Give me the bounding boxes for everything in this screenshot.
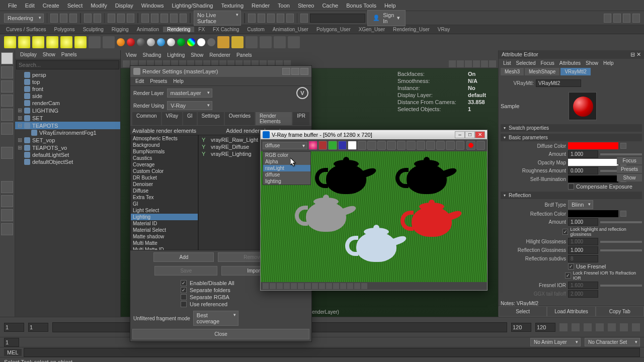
vp-menu-shading[interactable]: Shading	[140, 52, 165, 58]
vp-icon[interactable]	[457, 60, 464, 67]
time-start[interactable]	[4, 323, 24, 332]
vfb-red-icon[interactable]	[318, 141, 327, 150]
material-swatch[interactable]	[569, 92, 597, 120]
menu-lighting-shading[interactable]: Lighting/Shading	[168, 3, 217, 9]
undo-icon[interactable]	[84, 14, 92, 23]
checkbox[interactable]	[181, 294, 187, 300]
close-icon[interactable]: ✕	[475, 131, 485, 138]
menu-file[interactable]: File	[4, 3, 21, 9]
shelf-btn-icon[interactable]	[103, 36, 115, 48]
rs-available-item[interactable]: Caustics	[131, 155, 198, 161]
menu-edit[interactable]: Edit	[21, 3, 39, 9]
vp-menu-view[interactable]: View	[123, 52, 140, 58]
outliner-menu-display[interactable]: Display	[17, 52, 40, 57]
shelf-shader10-icon[interactable]	[207, 38, 215, 46]
shelf-shader2-icon[interactable]	[127, 38, 135, 46]
menu-create[interactable]: Create	[39, 3, 63, 9]
rs-available-item[interactable]: Multi Matte	[131, 240, 198, 246]
shelf-shader9-icon[interactable]	[197, 38, 205, 46]
rs-tab-gi[interactable]: GI	[183, 112, 197, 125]
charset-dropdown[interactable]: No Character Set	[585, 338, 640, 346]
vfb-clear-icon[interactable]	[387, 141, 395, 150]
minimize-icon[interactable]: –	[455, 131, 465, 138]
reflgloss-slider[interactable]	[600, 249, 642, 251]
vfb-footer-icon[interactable]	[347, 283, 353, 289]
shelf-tab-rigging[interactable]: Rigging	[108, 27, 133, 32]
vfb-blue-icon[interactable]	[338, 141, 347, 150]
shelf-light1-icon[interactable]	[4, 36, 16, 48]
opacity-swatch[interactable]	[568, 159, 618, 166]
ae-menu-help[interactable]: Help	[601, 60, 616, 66]
vfb-alpha-icon[interactable]	[348, 141, 356, 150]
shelf-tab-poly-user[interactable]: Polygons_User	[312, 27, 355, 32]
ae-section-basic[interactable]: Basic parameters	[501, 134, 642, 141]
shelf-shader3-icon[interactable]	[137, 38, 145, 46]
outliner-item[interactable]: persp	[15, 71, 120, 78]
map-button-icon[interactable]	[620, 143, 626, 149]
vfb-lens-icon[interactable]	[456, 141, 464, 150]
outliner-item[interactable]: ⊞SET	[15, 114, 120, 122]
rs-available-item[interactable]: Coverage	[131, 161, 198, 168]
rs-renderer-dropdown[interactable]: V-Ray	[167, 101, 212, 110]
play-end-icon[interactable]	[632, 323, 640, 331]
rs-tab-ipr[interactable]: IPR	[293, 112, 309, 125]
menu-cache[interactable]: Cache	[318, 3, 342, 9]
close-icon[interactable]	[300, 68, 308, 75]
layout2-icon[interactable]	[613, 14, 621, 23]
layout4-icon[interactable]	[632, 14, 640, 23]
vfb-channel-option[interactable]: RGB color	[263, 152, 310, 158]
rs-tab-vray[interactable]: VRay	[162, 112, 182, 125]
layout-four-icon[interactable]	[1, 195, 13, 207]
shelf-tex5-icon[interactable]	[274, 36, 286, 48]
time-end[interactable]	[535, 323, 555, 332]
shelf-light4-icon[interactable]	[46, 36, 58, 48]
play-forward-icon[interactable]	[608, 323, 616, 331]
shelf-shader5-icon[interactable]	[157, 38, 165, 46]
lasso-tool-icon[interactable]	[1, 66, 13, 78]
vfb-track-icon[interactable]	[426, 141, 435, 150]
anim-layer-dropdown[interactable]: No Anim Layer	[530, 338, 581, 346]
outliner-item[interactable]: renderCam	[15, 100, 120, 107]
layout-single-icon[interactable]	[1, 181, 13, 193]
vfb-channel-option[interactable]: diffuse	[263, 171, 310, 178]
outliner-menu-show[interactable]: Show	[40, 52, 58, 57]
vfb-footer-icon[interactable]	[263, 283, 269, 289]
shelf-shader7-icon[interactable]	[177, 38, 185, 46]
playblast-icon[interactable]	[248, 14, 256, 23]
snap-point-icon[interactable]	[160, 14, 168, 23]
shelf-tab-xgen-user[interactable]: XGen_User	[355, 27, 389, 32]
vp-icon[interactable]	[465, 60, 472, 67]
outliner-item[interactable]: top	[15, 78, 120, 85]
ae-tab-shape[interactable]: MeshShape	[525, 68, 559, 75]
vfb-footer-icon[interactable]	[361, 283, 367, 289]
refl-amount-input[interactable]	[568, 218, 598, 226]
snap-live-icon[interactable]	[180, 14, 187, 23]
shelf-tex1-icon[interactable]	[217, 36, 229, 48]
layout-persp-icon[interactable]	[1, 209, 13, 221]
amount-slider[interactable]	[600, 153, 642, 155]
layout-icon[interactable]	[604, 14, 611, 23]
vfb-footer-icon[interactable]	[305, 283, 311, 289]
command-input[interactable]	[310, 14, 365, 23]
checkbox[interactable]: ✓	[181, 287, 187, 293]
vfb-cc-icon[interactable]	[446, 141, 454, 150]
rs-tab-overrides[interactable]: Overrides	[225, 112, 255, 125]
mel-input[interactable]	[24, 348, 640, 357]
shelf-tab-fxcaching[interactable]: FX Caching	[209, 27, 243, 32]
shelf-light5-icon[interactable]	[60, 36, 72, 48]
menu-texturing[interactable]: Texturing	[217, 3, 248, 9]
maximize-icon[interactable]	[291, 68, 299, 75]
vfb-footer-icon[interactable]	[333, 283, 339, 289]
rs-available-item[interactable]: Lighting	[131, 214, 198, 220]
vp-icon[interactable]	[449, 60, 456, 67]
vfb-clone-icon[interactable]	[397, 141, 406, 150]
shelf-light6-icon[interactable]	[74, 36, 87, 48]
checkbox[interactable]	[181, 301, 187, 307]
map-button-icon[interactable]	[620, 211, 626, 217]
snap-plane-icon[interactable]	[170, 14, 178, 23]
move-tool-icon[interactable]	[1, 95, 13, 107]
rs-available-item[interactable]: Diffuse	[131, 188, 198, 194]
time-range-end[interactable]	[511, 323, 531, 332]
outliner-item[interactable]: VRayEnvironmentFog1	[15, 129, 120, 136]
ae-close-icon[interactable]: ⊟ ✕	[630, 51, 641, 58]
